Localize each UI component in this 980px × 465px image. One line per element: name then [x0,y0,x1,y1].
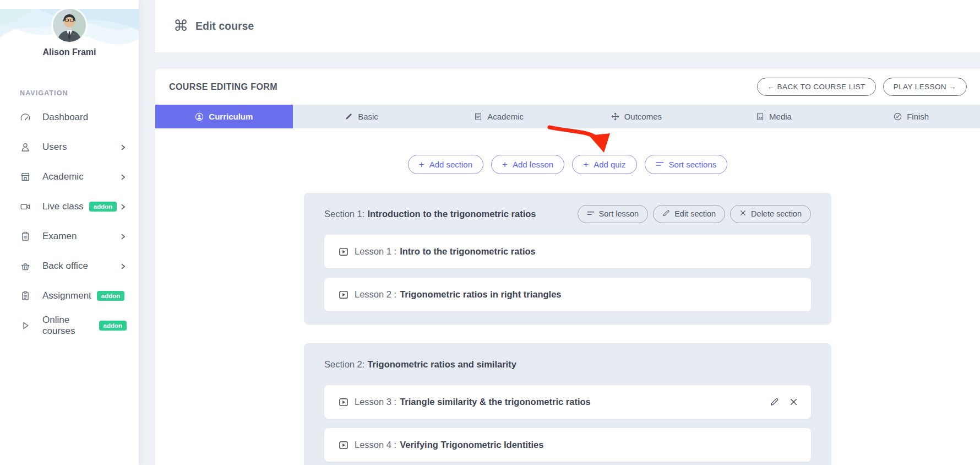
sidebar-item-label: Dashboard [42,112,88,123]
back-to-course-list-button[interactable]: ← BACK TO COURSE LIST [757,78,876,96]
delete-lesson-icon[interactable] [790,398,798,406]
tab-media[interactable]: Media [705,105,843,128]
button-label: Add lesson [513,160,553,169]
play-square-icon [339,290,349,300]
lesson-name: Triangle similarity & the trigonometric … [400,397,591,407]
lesson-prefix: Lesson 1 : [355,246,396,256]
sidebar-item-assignment[interactable]: Assignment addon [0,281,139,311]
arrows-move-icon [611,112,619,121]
plus-icon: + [419,160,424,169]
main-area: ⌘ Edit course COURSE EDITING FORM ← BACK… [139,0,980,465]
clipboard-list-icon [20,290,31,301]
sidebar-item-label: Assignment [42,290,91,301]
check-circle-icon [894,112,902,121]
section-header: Section 2:Trigonometric ratios and simil… [324,354,811,374]
curriculum-content: + Add section + Add lesson + Add quiz So… [155,128,980,465]
x-icon [739,209,747,218]
section-name: Trigonometric ratios and similarity [367,359,516,369]
section-header: Section 1:Introduction to the trigonomet… [324,204,811,224]
section-name: Introduction to the trigonometric ratios [367,209,536,219]
add-quiz-button[interactable]: + Add quiz [572,155,636,174]
edit-lesson-icon[interactable] [770,397,779,407]
play-square-icon [339,440,349,450]
sidebar-item-dashboard[interactable]: Dashboard [0,102,139,132]
clipboard-icon [20,231,31,242]
chevron-right-icon [119,263,127,270]
sidebar-item-academic[interactable]: Academic [0,162,139,192]
tab-label: Academic [487,112,524,121]
pencil-icon [345,112,353,121]
sidebar-item-label: Back office [42,261,88,272]
tab-label: Curriculum [209,112,253,121]
sidebar-item-live-class[interactable]: Live class addon [0,192,139,221]
image-icon [756,112,764,121]
card-title: COURSE EDITING FORM [169,82,277,92]
sidebar: Alison Frami NAVIGATION Dashboard Users [0,0,139,465]
chevron-right-icon [119,144,127,151]
sidebar-item-back-office[interactable]: Back office [0,251,139,281]
lesson-prefix: Lesson 2 : [355,289,396,299]
sidebar-item-users[interactable]: Users [0,132,139,162]
button-label: Add quiz [594,160,625,169]
curriculum-toolbar: + Add section + Add lesson + Add quiz So… [155,155,980,174]
sort-sections-button[interactable]: Sort sections [645,155,728,174]
add-section-button[interactable]: + Add section [408,155,483,174]
tab-finish[interactable]: Finish [842,105,980,128]
sidebar-item-label: Academic [42,171,84,182]
annotation-arrow [547,121,614,155]
chevron-right-icon [119,203,127,210]
sidebar-item-online-courses[interactable]: Online courses addon [0,311,139,340]
chevron-right-icon [119,233,127,240]
pencil-icon [662,209,670,219]
lesson-prefix: Lesson 3 : [355,397,396,407]
edit-section-button[interactable]: Edit section [653,205,725,223]
button-label: Edit section [674,209,716,218]
tab-label: Basic [358,112,378,121]
section-title: Section 1:Introduction to the trigonomet… [324,209,536,219]
addon-badge: addon [99,321,127,331]
button-label: Sort lesson [599,209,639,218]
tab-label: Outcomes [624,112,662,121]
page-title: Edit course [195,20,254,33]
section-actions: Sort lesson Edit section Delete section [578,205,811,223]
chevron-right-icon [119,174,127,181]
delete-section-button[interactable]: Delete section [730,205,811,223]
sidebar-item-label: Users [42,142,67,153]
lesson-row-3[interactable]: Lesson 3 :Triangle similarity & the trig… [324,385,811,419]
add-lesson-button[interactable]: + Add lesson [491,155,564,174]
lesson-title: Lesson 3 :Triangle similarity & the trig… [355,397,591,407]
sidebar-item-examen[interactable]: Examen [0,221,139,251]
lesson-row-4[interactable]: Lesson 4 :Verifying Trigonometric Identi… [324,428,811,462]
gauge-icon [20,112,31,123]
lesson-title: Lesson 4 :Verifying Trigonometric Identi… [355,440,543,450]
sidebar-item-label: Examen [42,231,77,242]
plus-icon: + [583,160,589,169]
sidebar-item-label: Live class [42,201,84,212]
button-label: Delete section [751,209,802,218]
lesson-title: Lesson 1 :Intro to the trigonometric rat… [355,246,536,257]
section-1: Section 1:Introduction to the trigonomet… [304,193,831,325]
sidebar-item-label: Online courses [42,315,94,337]
lesson-title: Lesson 2 :Trigonometric ratios in right … [355,289,562,300]
play-lesson-button[interactable]: PLAY LESSON → [883,78,967,96]
header-actions: ← BACK TO COURSE LIST PLAY LESSON → [757,78,967,96]
section-prefix: Section 1: [324,209,364,219]
lesson-row-2[interactable]: Lesson 2 :Trigonometric ratios in right … [324,278,811,311]
card-header: COURSE EDITING FORM ← BACK TO COURSE LIS… [155,69,980,105]
tab-label: Media [769,112,792,121]
play-square-icon [339,247,349,257]
topbar: ⌘ Edit course [155,0,980,52]
tab-basic[interactable]: Basic [293,105,431,128]
lesson-row-actions [770,397,798,407]
button-label: Sort sections [669,160,717,169]
person-circle-icon [195,112,204,121]
section-title: Section 2:Trigonometric ratios and simil… [324,359,516,370]
tab-curriculum[interactable]: Curriculum [155,105,293,128]
sort-lesson-button[interactable]: Sort lesson [578,205,649,223]
section-prefix: Section 2: [324,359,364,369]
play-square-icon [339,397,349,407]
lesson-row-1[interactable]: Lesson 1 :Intro to the trigonometric rat… [324,235,811,268]
sort-lines-icon [656,160,664,170]
course-editing-card: COURSE EDITING FORM ← BACK TO COURSE LIS… [155,69,980,465]
user-name: Alison Frami [0,47,139,57]
